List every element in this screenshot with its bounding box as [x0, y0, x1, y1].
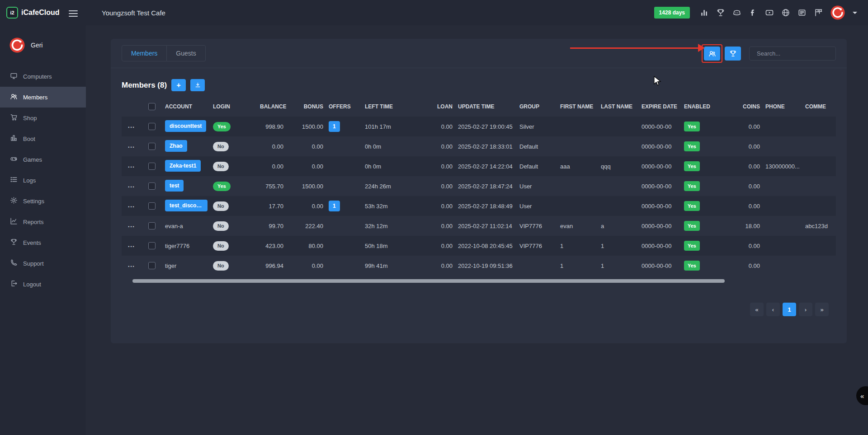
chevron-down-icon[interactable]	[853, 12, 857, 14]
row-actions-button[interactable]: •••	[128, 185, 135, 189]
row-actions-button[interactable]: •••	[128, 205, 135, 209]
cafe-name: Youngzsoft Test Cafe	[102, 9, 165, 17]
trophy-icon[interactable]	[716, 8, 725, 17]
row-checkbox[interactable]	[148, 123, 156, 130]
add-member-button[interactable]: +	[171, 79, 186, 91]
account-cell: tiger7776	[162, 236, 210, 256]
col-enabled: ENABLED	[681, 97, 726, 117]
banners-icon[interactable]	[814, 8, 823, 17]
row-checkbox[interactable]	[148, 182, 156, 190]
row-checkbox[interactable]	[148, 262, 156, 269]
tab-guests[interactable]: Guests	[167, 45, 205, 61]
stats-icon[interactable]	[700, 8, 709, 17]
sidebar-item-reports[interactable]: Reports	[0, 211, 86, 232]
row-actions-button[interactable]: •••	[128, 264, 135, 269]
account-cell: Zhao	[162, 136, 210, 156]
ranking-view-button[interactable]	[725, 47, 741, 61]
login-cell: No	[210, 256, 257, 276]
list-icon	[10, 176, 18, 185]
col-bonus: BONUS	[286, 97, 326, 117]
days-badge[interactable]: 1428 days	[654, 7, 690, 19]
sidebar-item-support[interactable]: Support	[0, 253, 86, 274]
members-view-button[interactable]	[704, 47, 720, 61]
pagination-prev-button[interactable]: ‹	[766, 303, 780, 316]
bonus-cell: 222.40	[286, 216, 326, 236]
sidebar-item-label: Games	[23, 156, 42, 163]
select-all-checkbox[interactable]	[148, 103, 156, 110]
row-actions-button[interactable]: •••	[128, 165, 135, 169]
col-balance: BALANCE	[257, 97, 286, 117]
sidebar-item-settings[interactable]: Settings	[0, 191, 86, 211]
group-cell: Silver	[517, 117, 557, 136]
firstname-cell: aaa	[557, 156, 598, 176]
expiredate-cell: 0000-00-00	[639, 136, 681, 156]
youtube-icon[interactable]	[765, 8, 774, 17]
table-row: ••• Zhao No 0.00 0.00 0h 0m 0.00 2025-02…	[122, 136, 836, 156]
bonus-cell: 1500.00	[286, 176, 326, 196]
sidebar-item-label: Logs	[23, 177, 36, 184]
sidebar-item-logout[interactable]: Logout	[0, 274, 86, 295]
pagination-first-button[interactable]: «	[750, 303, 764, 316]
bonus-cell: 0.00	[286, 196, 326, 216]
phone-cell	[763, 117, 802, 136]
row-actions-button[interactable]: •••	[128, 125, 135, 130]
loan-cell: 0.00	[421, 236, 455, 256]
expiredate-cell: 0000-00-00	[639, 236, 681, 256]
row-actions-button[interactable]: •••	[128, 225, 135, 229]
lefttime-cell: 99h 41m	[362, 256, 421, 276]
globe-icon[interactable]	[781, 8, 790, 17]
phone-cell	[763, 256, 802, 276]
row-actions-button[interactable]: •••	[128, 244, 135, 249]
login-badge: Yes	[213, 122, 231, 131]
coins-cell: 0.00	[726, 156, 763, 176]
coins-cell: 0.00	[726, 136, 763, 156]
offers-cell	[326, 216, 362, 236]
row-checkbox[interactable]	[148, 202, 156, 210]
download-icon	[194, 82, 201, 89]
sidebar-item-events[interactable]: Events	[0, 232, 86, 253]
col-coins: COINS	[726, 97, 763, 117]
login-badge: No	[213, 241, 229, 251]
row-checkbox[interactable]	[148, 143, 156, 150]
offers-cell: 1	[326, 117, 362, 136]
offers-badge[interactable]: 1	[329, 201, 340, 211]
pagination-page-1-button[interactable]: 1	[783, 303, 796, 316]
login-badge: No	[213, 162, 229, 171]
export-members-button[interactable]	[190, 79, 205, 91]
pagination-last-button[interactable]: »	[815, 303, 829, 316]
sidebar-item-computers[interactable]: Computers	[0, 66, 86, 87]
sidebar-item-label: Logout	[23, 281, 41, 288]
discord-icon[interactable]	[732, 8, 741, 17]
sidebar-item-shop[interactable]: Shop	[0, 108, 86, 128]
horizontal-scrollbar[interactable]	[132, 279, 725, 283]
row-actions-button[interactable]: •••	[128, 145, 135, 150]
user-avatar[interactable]	[830, 5, 845, 20]
sidebar-item-label: Events	[23, 239, 41, 246]
sidebar-item-members[interactable]: Members	[0, 87, 86, 108]
offers-badge[interactable]: 1	[329, 121, 340, 132]
row-checkbox[interactable]	[148, 242, 156, 249]
row-checkbox[interactable]	[148, 222, 156, 229]
pagination-next-button[interactable]: ›	[799, 303, 812, 316]
tab-members[interactable]: Members	[122, 45, 167, 61]
account-button[interactable]: discounttest	[165, 120, 206, 132]
panel-collapse-handle[interactable]: «	[856, 386, 868, 405]
facebook-icon[interactable]	[749, 8, 758, 17]
hamburger-menu-icon[interactable]	[69, 9, 78, 19]
sidebar-item-boot[interactable]: Boot	[0, 128, 86, 149]
account-button[interactable]: Zhao	[165, 140, 187, 152]
columns-icon	[10, 134, 18, 143]
table-row: ••• test Yes 755.70 1500.00 224h 26m 0.0…	[122, 176, 836, 196]
account-button[interactable]: test	[165, 180, 184, 192]
sidebar-item-logs[interactable]: Logs	[0, 170, 86, 191]
row-checkbox[interactable]	[148, 163, 156, 170]
gear-icon	[10, 196, 18, 206]
search-input[interactable]	[757, 50, 836, 57]
account-button[interactable]: Zeka-test1	[165, 160, 201, 172]
coins-cell: 0.00	[726, 196, 763, 216]
expiredate-cell: 0000-00-00	[639, 216, 681, 236]
enabled-badge: Yes	[684, 122, 700, 131]
news-icon[interactable]	[797, 8, 807, 17]
account-button[interactable]: test_discount	[165, 200, 208, 211]
sidebar-item-games[interactable]: Games	[0, 149, 86, 170]
